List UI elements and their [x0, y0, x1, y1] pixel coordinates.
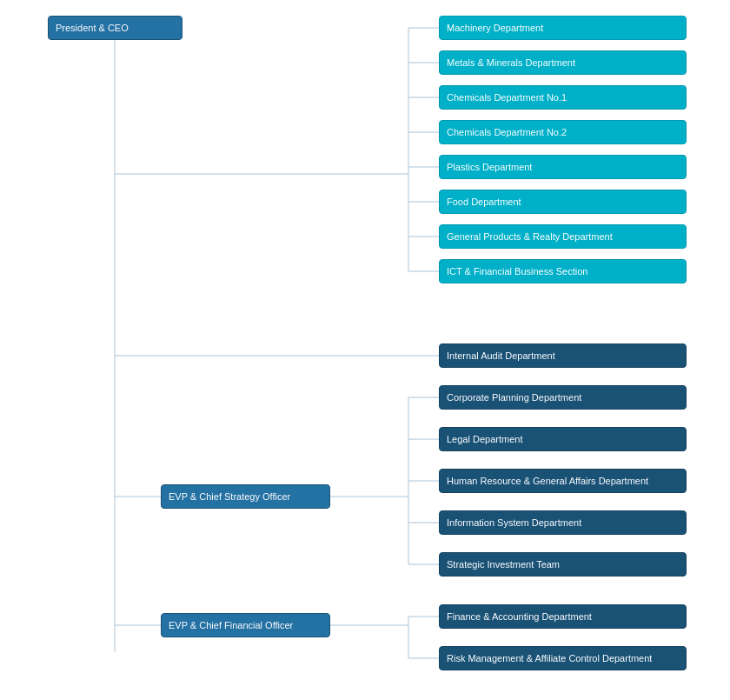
plastics-node: Plastics Department: [439, 155, 687, 179]
evp-financial-node: EVP & Chief Financial Officer: [161, 613, 330, 637]
strategic-investment-node: Strategic Investment Team: [439, 552, 687, 577]
evp-strategy-node: EVP & Chief Strategy Officer: [161, 484, 330, 509]
finance-node: Finance & Accounting Department: [439, 604, 687, 629]
information-system-node: Information System Department: [439, 510, 687, 535]
legal-node: Legal Department: [439, 427, 687, 451]
chemicals1-node: Chemicals Department No.1: [439, 85, 687, 110]
corporate-planning-node: Corporate Planning Department: [439, 385, 687, 410]
metals-node: Metals & Minerals Department: [439, 50, 687, 75]
org-chart: President & CEO EVP & Chief Strategy Off…: [0, 0, 730, 17]
president-ceo-node: President & CEO: [48, 16, 182, 40]
food-node: Food Department: [439, 190, 687, 214]
general-products-node: General Products & Realty Department: [439, 224, 687, 249]
ict-node: ICT & Financial Business Section: [439, 259, 687, 283]
machinery-node: Machinery Department: [439, 16, 687, 40]
risk-node: Risk Management & Affiliate Control Depa…: [439, 646, 687, 670]
chemicals2-node: Chemicals Department No.2: [439, 120, 687, 144]
internal-audit-node: Internal Audit Department: [439, 343, 687, 368]
hr-node: Human Resource & General Affairs Departm…: [439, 469, 687, 493]
